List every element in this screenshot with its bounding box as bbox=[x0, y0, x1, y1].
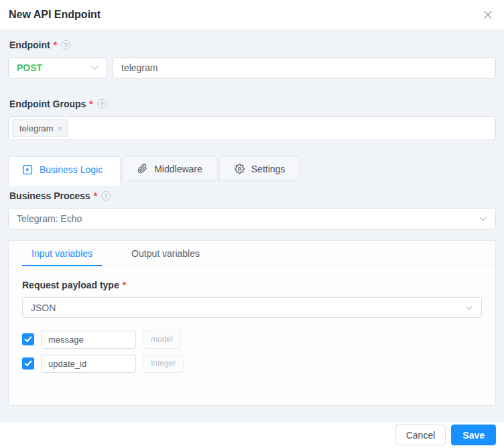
variable-name-input[interactable] bbox=[41, 355, 136, 373]
variables-panel-body: Request payload type * JSON mod bbox=[9, 266, 495, 373]
group-tag: telegram × bbox=[12, 119, 68, 137]
tab-middleware[interactable]: Middleware bbox=[122, 156, 218, 181]
paperclip-icon bbox=[137, 164, 147, 174]
endpoint-path-input[interactable] bbox=[113, 57, 496, 78]
gear-icon bbox=[235, 164, 245, 174]
dialog-body: Endpoint * ? POST Endpoint Groups * ? te… bbox=[0, 30, 504, 421]
variable-type-badge: Integer bbox=[143, 355, 184, 373]
variable-row: Integer bbox=[22, 354, 482, 373]
tab-label: Middleware bbox=[154, 164, 202, 174]
tab-input-variables[interactable]: Input variables bbox=[22, 241, 102, 266]
cancel-button[interactable]: Cancel bbox=[395, 425, 446, 445]
variable-checkbox[interactable] bbox=[22, 357, 34, 370]
tab-label: Settings bbox=[251, 164, 286, 174]
endpoint-groups-label: Endpoint Groups * ? bbox=[9, 97, 496, 111]
close-icon[interactable] bbox=[481, 8, 495, 21]
endpoint-label-text: Endpoint bbox=[9, 40, 50, 50]
chevron-down-icon bbox=[465, 305, 473, 311]
endpoint-label: Endpoint * ? bbox=[9, 38, 496, 52]
method-value: POST bbox=[17, 62, 42, 73]
tab-business-logic[interactable]: Business Logic bbox=[8, 156, 121, 186]
dialog-footer: Cancel Save bbox=[0, 421, 504, 448]
group-tag-label: telegram bbox=[19, 123, 54, 133]
endpoint-row: POST bbox=[8, 57, 496, 78]
payload-type-label-text: Request payload type bbox=[22, 280, 119, 290]
save-button[interactable]: Save bbox=[451, 425, 496, 445]
tab-output-variables[interactable]: Output variables bbox=[122, 241, 209, 266]
variable-type-badge: model bbox=[143, 331, 181, 349]
method-select[interactable]: POST bbox=[8, 57, 107, 78]
payload-type-label: Request payload type * bbox=[22, 278, 482, 292]
tab-label: Input variables bbox=[32, 248, 92, 259]
required-asterisk: * bbox=[54, 40, 57, 50]
help-icon[interactable]: ? bbox=[61, 40, 70, 50]
variables-panel: Input variables Output variables Request… bbox=[8, 240, 496, 406]
tab-label: Output variables bbox=[131, 248, 200, 259]
help-icon[interactable]: ? bbox=[101, 191, 111, 201]
play-square-icon bbox=[22, 164, 33, 175]
required-asterisk: * bbox=[94, 190, 97, 201]
tab-settings[interactable]: Settings bbox=[219, 156, 301, 181]
required-asterisk: * bbox=[89, 99, 92, 109]
tab-label: Business Logic bbox=[40, 164, 103, 175]
new-api-endpoint-dialog: New API Endpoint Endpoint * ? POST Endpo… bbox=[0, 0, 504, 448]
payload-type-value: JSON bbox=[31, 302, 56, 313]
business-process-label: Business Process * ? bbox=[9, 189, 496, 203]
payload-type-select[interactable]: JSON bbox=[22, 297, 482, 318]
variable-name-input[interactable] bbox=[41, 331, 136, 349]
main-tabs: Business Logic Middleware Settings bbox=[8, 156, 496, 186]
chevron-down-icon bbox=[479, 216, 487, 221]
endpoint-groups-input[interactable]: telegram × bbox=[8, 116, 496, 140]
help-icon[interactable]: ? bbox=[97, 99, 107, 109]
business-process-label-text: Business Process bbox=[9, 190, 90, 201]
business-process-value: Telegram: Echo bbox=[17, 213, 82, 224]
dialog-header: New API Endpoint bbox=[0, 0, 504, 30]
chevron-down-icon bbox=[90, 65, 99, 70]
business-process-select[interactable]: Telegram: Echo bbox=[8, 208, 496, 229]
required-asterisk: * bbox=[123, 280, 126, 290]
variable-checkbox[interactable] bbox=[22, 333, 34, 345]
variables-tabs: Input variables Output variables bbox=[9, 241, 495, 266]
tag-remove-icon[interactable]: × bbox=[58, 124, 63, 133]
variable-row: model bbox=[22, 330, 482, 349]
variable-rows: model Integer bbox=[22, 330, 482, 373]
endpoint-groups-label-text: Endpoint Groups bbox=[9, 99, 86, 109]
dialog-title: New API Endpoint bbox=[9, 9, 101, 21]
